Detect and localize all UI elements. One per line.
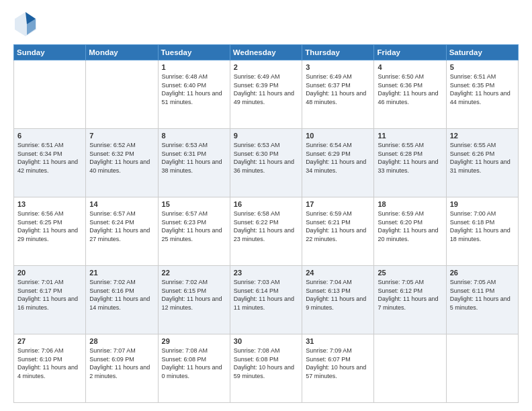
calendar-cell bbox=[86, 60, 158, 129]
cell-details: Sunrise: 7:04 AMSunset: 6:13 PMDaylight:… bbox=[306, 278, 371, 312]
cell-details: Sunrise: 7:06 AMSunset: 6:10 PMDaylight:… bbox=[17, 347, 83, 380]
day-number: 20 bbox=[17, 269, 83, 277]
day-number: 7 bbox=[89, 132, 154, 140]
cell-details: Sunrise: 7:08 AMSunset: 6:08 PMDaylight:… bbox=[234, 347, 299, 380]
day-number: 31 bbox=[306, 337, 371, 345]
calendar-cell: 7Sunrise: 6:52 AMSunset: 6:32 PMDaylight… bbox=[86, 129, 158, 197]
calendar-cell: 2Sunrise: 6:49 AMSunset: 6:39 PMDaylight… bbox=[230, 60, 302, 129]
cell-details: Sunrise: 6:55 AMSunset: 6:26 PMDaylight:… bbox=[450, 141, 515, 175]
logo-icon bbox=[13, 11, 38, 38]
cell-details: Sunrise: 7:02 AMSunset: 6:15 PMDaylight:… bbox=[162, 278, 227, 312]
cell-details: Sunrise: 7:03 AMSunset: 6:14 PMDaylight:… bbox=[234, 278, 299, 312]
calendar-cell: 21Sunrise: 7:02 AMSunset: 6:16 PMDayligh… bbox=[86, 266, 158, 334]
cell-details: Sunrise: 7:05 AMSunset: 6:11 PMDaylight:… bbox=[450, 278, 515, 312]
calendar-cell: 17Sunrise: 6:59 AMSunset: 6:21 PMDayligh… bbox=[302, 197, 374, 266]
cell-details: Sunrise: 6:59 AMSunset: 6:21 PMDaylight:… bbox=[306, 210, 371, 243]
calendar-cell: 20Sunrise: 7:01 AMSunset: 6:17 PMDayligh… bbox=[14, 266, 86, 334]
cell-details: Sunrise: 7:01 AMSunset: 6:17 PMDaylight:… bbox=[17, 278, 83, 312]
calendar-cell: 1Sunrise: 6:48 AMSunset: 6:40 PMDaylight… bbox=[158, 60, 230, 129]
cell-details: Sunrise: 6:50 AMSunset: 6:36 PMDaylight:… bbox=[378, 73, 443, 106]
day-number: 6 bbox=[17, 132, 83, 140]
cell-details: Sunrise: 6:55 AMSunset: 6:28 PMDaylight:… bbox=[378, 141, 443, 175]
calendar-week-row: 20Sunrise: 7:01 AMSunset: 6:17 PMDayligh… bbox=[14, 266, 519, 334]
cell-details: Sunrise: 6:51 AMSunset: 6:35 PMDaylight:… bbox=[450, 73, 515, 106]
day-number: 13 bbox=[17, 200, 83, 208]
cell-details: Sunrise: 7:00 AMSunset: 6:18 PMDaylight:… bbox=[450, 210, 515, 243]
day-number: 23 bbox=[234, 269, 299, 277]
calendar-cell: 31Sunrise: 7:09 AMSunset: 6:07 PMDayligh… bbox=[302, 334, 374, 403]
cell-details: Sunrise: 6:58 AMSunset: 6:22 PMDaylight:… bbox=[234, 210, 299, 243]
calendar-cell: 16Sunrise: 6:58 AMSunset: 6:22 PMDayligh… bbox=[230, 197, 302, 266]
calendar-cell bbox=[374, 334, 446, 403]
calendar-cell: 4Sunrise: 6:50 AMSunset: 6:36 PMDaylight… bbox=[374, 60, 446, 129]
cell-details: Sunrise: 6:53 AMSunset: 6:30 PMDaylight:… bbox=[234, 141, 299, 175]
cell-details: Sunrise: 7:05 AMSunset: 6:12 PMDaylight:… bbox=[378, 278, 443, 312]
day-number: 10 bbox=[306, 132, 371, 140]
calendar-cell: 25Sunrise: 7:05 AMSunset: 6:12 PMDayligh… bbox=[374, 266, 446, 334]
cell-details: Sunrise: 7:08 AMSunset: 6:08 PMDaylight:… bbox=[162, 347, 227, 380]
day-number: 21 bbox=[89, 269, 154, 277]
cell-details: Sunrise: 7:09 AMSunset: 6:07 PMDaylight:… bbox=[306, 347, 371, 380]
calendar-cell: 22Sunrise: 7:02 AMSunset: 6:15 PMDayligh… bbox=[158, 266, 230, 334]
calendar-cell bbox=[14, 60, 86, 129]
calendar-week-row: 1Sunrise: 6:48 AMSunset: 6:40 PMDaylight… bbox=[14, 60, 519, 129]
day-number: 19 bbox=[450, 200, 515, 208]
calendar-cell: 18Sunrise: 6:59 AMSunset: 6:20 PMDayligh… bbox=[374, 197, 446, 266]
cell-details: Sunrise: 6:57 AMSunset: 6:24 PMDaylight:… bbox=[89, 210, 154, 243]
day-number: 24 bbox=[306, 269, 371, 277]
calendar-cell: 6Sunrise: 6:51 AMSunset: 6:34 PMDaylight… bbox=[14, 129, 86, 197]
day-number: 8 bbox=[162, 132, 227, 140]
day-number: 11 bbox=[378, 132, 443, 140]
weekday-header: Tuesday bbox=[158, 45, 230, 60]
calendar-cell: 29Sunrise: 7:08 AMSunset: 6:08 PMDayligh… bbox=[158, 334, 230, 403]
weekday-header: Wednesday bbox=[230, 45, 302, 60]
cell-details: Sunrise: 6:59 AMSunset: 6:20 PMDaylight:… bbox=[378, 210, 443, 243]
calendar-cell: 12Sunrise: 6:55 AMSunset: 6:26 PMDayligh… bbox=[446, 129, 518, 197]
calendar-week-row: 6Sunrise: 6:51 AMSunset: 6:34 PMDaylight… bbox=[14, 129, 519, 197]
cell-details: Sunrise: 6:49 AMSunset: 6:39 PMDaylight:… bbox=[234, 73, 299, 106]
day-number: 28 bbox=[89, 337, 154, 345]
calendar-cell: 28Sunrise: 7:07 AMSunset: 6:09 PMDayligh… bbox=[86, 334, 158, 403]
day-number: 16 bbox=[234, 200, 299, 208]
cell-details: Sunrise: 7:07 AMSunset: 6:09 PMDaylight:… bbox=[89, 347, 154, 380]
day-number: 14 bbox=[89, 200, 154, 208]
calendar-cell: 19Sunrise: 7:00 AMSunset: 6:18 PMDayligh… bbox=[446, 197, 518, 266]
cell-details: Sunrise: 7:02 AMSunset: 6:16 PMDaylight:… bbox=[89, 278, 154, 312]
calendar-cell: 3Sunrise: 6:49 AMSunset: 6:37 PMDaylight… bbox=[302, 60, 374, 129]
day-number: 27 bbox=[17, 337, 83, 345]
calendar-week-row: 13Sunrise: 6:56 AMSunset: 6:25 PMDayligh… bbox=[14, 197, 519, 266]
day-number: 9 bbox=[234, 132, 299, 140]
calendar-cell: 8Sunrise: 6:53 AMSunset: 6:31 PMDaylight… bbox=[158, 129, 230, 197]
day-number: 5 bbox=[450, 63, 515, 71]
weekday-header: Monday bbox=[86, 45, 158, 60]
day-number: 18 bbox=[378, 200, 443, 208]
weekday-header: Saturday bbox=[446, 45, 518, 60]
calendar-cell: 10Sunrise: 6:54 AMSunset: 6:29 PMDayligh… bbox=[302, 129, 374, 197]
calendar-cell: 30Sunrise: 7:08 AMSunset: 6:08 PMDayligh… bbox=[230, 334, 302, 403]
calendar-cell: 15Sunrise: 6:57 AMSunset: 6:23 PMDayligh… bbox=[158, 197, 230, 266]
cell-details: Sunrise: 6:56 AMSunset: 6:25 PMDaylight:… bbox=[17, 210, 83, 243]
cell-details: Sunrise: 6:48 AMSunset: 6:40 PMDaylight:… bbox=[162, 73, 227, 106]
calendar-header-row: SundayMondayTuesdayWednesdayThursdayFrid… bbox=[14, 45, 519, 60]
weekday-header: Friday bbox=[374, 45, 446, 60]
logo bbox=[13, 11, 40, 38]
cell-details: Sunrise: 6:54 AMSunset: 6:29 PMDaylight:… bbox=[306, 141, 371, 175]
calendar-cell bbox=[446, 334, 518, 403]
calendar-cell: 27Sunrise: 7:06 AMSunset: 6:10 PMDayligh… bbox=[14, 334, 86, 403]
cell-details: Sunrise: 6:51 AMSunset: 6:34 PMDaylight:… bbox=[17, 141, 83, 175]
cell-details: Sunrise: 6:49 AMSunset: 6:37 PMDaylight:… bbox=[306, 73, 371, 106]
day-number: 17 bbox=[306, 200, 371, 208]
day-number: 26 bbox=[450, 269, 515, 277]
cell-details: Sunrise: 6:52 AMSunset: 6:32 PMDaylight:… bbox=[89, 141, 154, 175]
day-number: 25 bbox=[378, 269, 443, 277]
calendar-cell: 5Sunrise: 6:51 AMSunset: 6:35 PMDaylight… bbox=[446, 60, 518, 129]
day-number: 4 bbox=[378, 63, 443, 71]
day-number: 30 bbox=[234, 337, 299, 345]
calendar-table: SundayMondayTuesdayWednesdayThursdayFrid… bbox=[13, 44, 519, 403]
header bbox=[13, 11, 519, 38]
weekday-header: Sunday bbox=[14, 45, 86, 60]
calendar-cell: 23Sunrise: 7:03 AMSunset: 6:14 PMDayligh… bbox=[230, 266, 302, 334]
calendar-cell: 26Sunrise: 7:05 AMSunset: 6:11 PMDayligh… bbox=[446, 266, 518, 334]
page: SundayMondayTuesdayWednesdayThursdayFrid… bbox=[0, 0, 532, 411]
day-number: 12 bbox=[450, 132, 515, 140]
